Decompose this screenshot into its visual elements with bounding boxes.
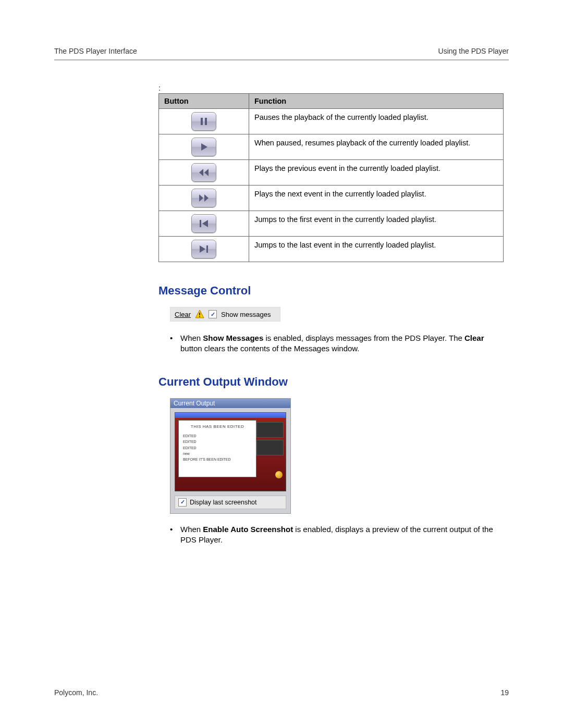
function-cell: Jumps to the last event in the currently… (249, 237, 504, 262)
message-control-bar: Clear ✓ Show messages (170, 307, 280, 322)
play-icon (191, 138, 216, 156)
svg-marker-6 (204, 194, 209, 202)
doc-line: BEFORE IT'S BEEN EDITED (183, 456, 252, 462)
svg-marker-3 (199, 169, 203, 176)
table-row: Plays the next event in the currently lo… (159, 186, 504, 211)
table-row: Pauses the playback of the currently loa… (159, 109, 504, 134)
display-screenshot-row: ✓ Display last screenshot (175, 496, 286, 509)
clear-button[interactable]: Clear (175, 311, 191, 318)
bullet-item: • When Show Messages is enabled, display… (170, 333, 504, 354)
svg-marker-4 (204, 169, 209, 176)
table-row: Plays the previous event in the currentl… (159, 160, 504, 186)
preview-thumb (256, 440, 284, 455)
table-row: Jumps to the last event in the currently… (159, 237, 504, 262)
rewind-icon (191, 163, 216, 182)
output-preview: THIS HAS BEEN EDITED EDITED EDITED EDITE… (175, 412, 286, 491)
current-output-window: Current Output THIS HAS BEEN EDITED EDIT… (170, 398, 291, 514)
svg-rect-13 (199, 316, 200, 317)
page-header: The PDS Player Interface Using the PDS P… (54, 47, 509, 60)
bullet-item: • When Enable Auto Screenshot is enabled… (170, 524, 504, 546)
show-messages-label: Show messages (221, 311, 271, 318)
preview-topbar (175, 413, 286, 418)
preview-thumb (256, 422, 284, 438)
page-footer: Polycom, Inc. 19 (54, 688, 509, 697)
doc-line: EDITED (183, 433, 252, 439)
table-row: When paused, resumes playback of the cur… (159, 134, 504, 160)
function-cell: Pauses the playback of the currently loa… (249, 109, 504, 134)
button-function-table: Button Function Pauses the playback of t… (158, 93, 504, 262)
function-cell: Jumps to the first event in the currentl… (249, 211, 504, 237)
section-title-current-output: Current Output Window (158, 375, 504, 389)
svg-rect-1 (205, 118, 207, 125)
colon-mark: : (158, 84, 504, 92)
preview-accent-icon (275, 471, 283, 478)
fast-forward-icon (191, 189, 216, 207)
window-titlebar: Current Output (170, 399, 290, 408)
svg-marker-5 (199, 194, 203, 202)
function-cell: Plays the next event in the currently lo… (249, 186, 504, 211)
pause-icon (191, 112, 216, 131)
bullet-text: When Show Messages is enabled, displays … (180, 333, 504, 354)
function-cell: When paused, resumes playback of the cur… (249, 134, 504, 160)
svg-rect-12 (199, 313, 200, 315)
skip-last-icon (191, 240, 216, 258)
show-messages-checkbox[interactable]: ✓ (209, 310, 217, 318)
function-cell: Plays the previous event in the currentl… (249, 160, 504, 186)
display-screenshot-checkbox[interactable]: ✓ (178, 498, 187, 507)
svg-marker-2 (201, 143, 207, 151)
bullet-text: When Enable Auto Screenshot is enabled, … (180, 524, 504, 546)
section-title-message-control: Message Control (158, 284, 504, 298)
table-header-function: Function (249, 94, 504, 109)
svg-rect-0 (201, 118, 203, 125)
table-row: Jumps to the first event in the currentl… (159, 211, 504, 237)
header-right: Using the PDS Player (438, 47, 509, 55)
skip-first-icon (191, 214, 216, 233)
doc-title: THIS HAS BEEN EDITED (183, 424, 252, 430)
doc-line: EDITED (183, 445, 252, 451)
table-header-button: Button (159, 94, 249, 109)
warning-icon (195, 310, 204, 319)
svg-marker-8 (202, 220, 208, 227)
preview-document: THIS HAS BEEN EDITED EDITED EDITED EDITE… (178, 420, 256, 477)
doc-line: EDITED (183, 439, 252, 445)
footer-company: Polycom, Inc. (54, 688, 98, 697)
bullet-dot: • (170, 333, 180, 354)
header-left: The PDS Player Interface (54, 47, 137, 55)
bullet-dot: • (170, 524, 180, 546)
doc-line: new (183, 451, 252, 456)
svg-rect-7 (200, 220, 201, 227)
display-screenshot-label: Display last screenshot (190, 499, 257, 506)
svg-marker-9 (200, 245, 205, 253)
svg-rect-10 (206, 245, 208, 253)
footer-page-number: 19 (500, 688, 509, 697)
